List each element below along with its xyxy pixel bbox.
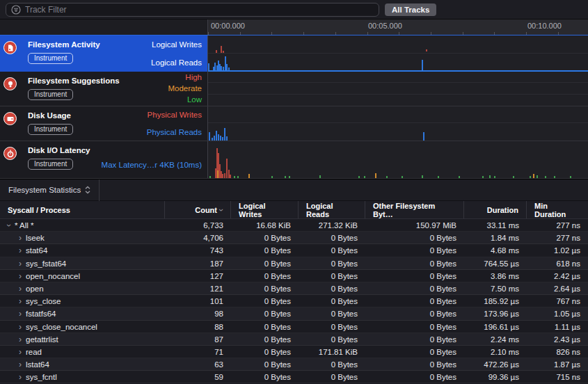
disclosure-triangle[interactable]: › xyxy=(17,335,23,344)
graph-spike xyxy=(224,173,225,178)
table-row[interactable]: ›lstat64630 Bytes0 Bytes0 Bytes472.26 µs… xyxy=(0,358,588,371)
syscall-cell: ›stat64 xyxy=(0,246,165,255)
syscall-cell: ›open xyxy=(0,285,165,293)
track-head-filesystem-activity[interactable]: Filesystem Activity Instrument Logical W… xyxy=(0,35,207,72)
logical_writes-cell: 0 Bytes xyxy=(231,335,299,344)
column-header-logical_reads[interactable]: Logical Reads xyxy=(299,201,365,218)
count-cell: 63 xyxy=(165,360,231,369)
duration-cell: 2.24 ms xyxy=(464,335,527,344)
toolbar-separator xyxy=(99,179,100,201)
track-plot-filesystem-activity[interactable] xyxy=(207,35,588,72)
disclosure-triangle[interactable]: › xyxy=(17,272,23,280)
other_fs-cell: 0 Bytes xyxy=(365,285,464,293)
disclosure-triangle[interactable]: › xyxy=(17,259,23,268)
track-head-disk-usage[interactable]: Disk Usage Instrument Physical Writes Ph… xyxy=(0,106,207,141)
track-filesystem-activity[interactable]: Filesystem Activity Instrument Logical W… xyxy=(0,35,588,72)
graph-spike xyxy=(209,176,211,178)
table-row[interactable]: ›read710 Bytes171.81 KiB0 Bytes2.10 ms82… xyxy=(0,346,588,358)
disclosure-triangle[interactable]: › xyxy=(17,285,23,293)
disclosure-triangle[interactable]: › xyxy=(17,234,23,242)
table-row[interactable]: ›stat647430 Bytes0 Bytes0 Bytes4.68 ms1.… xyxy=(0,244,588,257)
lane-label-max-latency: Max Latency…r 4KB (10ms) xyxy=(102,161,202,169)
track-disk-usage[interactable]: Disk Usage Instrument Physical Writes Ph… xyxy=(0,106,588,141)
track-filter-input[interactable]: Track Filter xyxy=(6,3,379,17)
all-tracks-button[interactable]: All Tracks xyxy=(385,3,436,16)
disclosure-triangle[interactable]: › xyxy=(17,348,23,356)
time-ruler[interactable]: 00:00.00000:05.00000:10.000 xyxy=(207,19,588,35)
graph-spike xyxy=(285,176,286,178)
graph-spike xyxy=(386,176,388,178)
track-head-disk-io-latency[interactable]: Disk I/O Latency Instrument Max Latency…… xyxy=(0,141,207,178)
table-row[interactable]: ›sys_close1010 Bytes0 Bytes0 Bytes185.92… xyxy=(0,295,588,307)
lane-label-physical-reads: Physical Reads xyxy=(147,128,202,136)
duration-cell: 3.86 ms xyxy=(464,272,527,280)
graph-spike xyxy=(482,176,484,178)
graph-spike xyxy=(216,131,217,141)
graph-spike xyxy=(402,176,403,178)
disclosure-triangle[interactable]: › xyxy=(17,310,23,318)
ruler-time-label: 00:00.000 xyxy=(211,22,245,30)
disclosure-triangle[interactable]: › xyxy=(17,360,23,369)
table-row[interactable]: ›fstatfs64980 Bytes0 Bytes0 Bytes173.96 … xyxy=(0,307,588,320)
logical_reads-cell: 0 Bytes xyxy=(299,360,365,369)
column-header-name[interactable]: Syscall / Process xyxy=(0,201,165,218)
table-row[interactable]: ›getattrlist870 Bytes0 Bytes0 Bytes2.24 … xyxy=(0,333,588,346)
table-row[interactable]: ›open_nocancel1270 Bytes0 Bytes0 Bytes3.… xyxy=(0,270,588,282)
track-filter-placeholder: Track Filter xyxy=(25,5,67,15)
syscall-cell: ›sys_fcntl xyxy=(0,373,165,381)
graph-spike xyxy=(545,176,546,178)
disclosure-triangle[interactable]: › xyxy=(17,246,23,255)
logical_writes-cell: 0 Bytes xyxy=(231,259,299,268)
min_duration-cell: 618 ns xyxy=(527,259,588,268)
syscall-cell: ›open_nocancel xyxy=(0,272,165,280)
column-header-min_duration[interactable]: Min Duration xyxy=(527,201,588,218)
disclosure-triangle[interactable]: › xyxy=(5,223,13,228)
detail-pane: Filesystem Statistics Syscall / ProcessC… xyxy=(0,179,588,383)
track-plot-filesystem-suggestions[interactable] xyxy=(207,72,588,106)
track-filesystem-suggestions[interactable]: Filesystem Suggestions Instrument High M… xyxy=(0,72,588,106)
other_fs-cell: 150.97 MiB xyxy=(365,221,464,230)
syscall-cell: ›lseek xyxy=(0,234,165,242)
graph-spike xyxy=(222,174,223,178)
other_fs-cell: 0 Bytes xyxy=(365,246,464,255)
instruments-window: Track Filter All Tracks 00:00.00000:05.0… xyxy=(0,0,588,384)
disclosure-triangle[interactable]: › xyxy=(17,297,23,305)
graph-spike xyxy=(209,132,210,141)
graph-spike xyxy=(223,51,224,53)
column-header-logical_writes[interactable]: Logical Writes xyxy=(231,201,299,218)
track-head-filesystem-suggestions[interactable]: Filesystem Suggestions Instrument High M… xyxy=(0,72,207,106)
disclosure-triangle[interactable]: › xyxy=(17,373,23,381)
graph-spike xyxy=(422,60,423,70)
table-row[interactable]: ›open1210 Bytes0 Bytes0 Bytes7.50 ms2.64… xyxy=(0,282,588,295)
graph-spike xyxy=(221,66,222,70)
lane-moderate xyxy=(208,83,588,95)
track-plot-disk-io-latency[interactable] xyxy=(207,141,588,178)
statistics-table-body: ›* All *6,73316.68 KiB271.32 KiB150.97 M… xyxy=(0,219,588,383)
min_duration-cell: 715 ns xyxy=(527,373,588,381)
logical_writes-cell: 16.68 KiB xyxy=(231,221,299,230)
track-plot-disk-usage[interactable] xyxy=(207,106,588,141)
table-row[interactable]: ›sys_close_nocancel880 Bytes0 Bytes0 Byt… xyxy=(0,321,588,333)
table-row[interactable]: ›sys_fcntl590 Bytes0 Bytes0 Bytes99.36 µ… xyxy=(0,371,588,383)
detail-view-selector[interactable]: Filesystem Statistics xyxy=(0,186,99,194)
min_duration-cell: 826 ns xyxy=(527,348,588,356)
duration-cell: 4.68 ms xyxy=(464,246,527,255)
column-header-duration[interactable]: Duration xyxy=(464,201,527,218)
disclosure-triangle[interactable]: › xyxy=(17,323,23,331)
syscall-name: * All * xyxy=(15,221,34,230)
count-cell: 101 xyxy=(165,297,231,305)
other_fs-cell: 0 Bytes xyxy=(365,310,464,318)
track-disk-io-latency[interactable]: Disk I/O Latency Instrument Max Latency…… xyxy=(0,141,588,179)
lane-label-moderate: Moderate xyxy=(168,84,202,93)
column-header-count[interactable]: Count› xyxy=(165,201,231,218)
duration-cell: 185.92 µs xyxy=(464,297,527,305)
count-cell: 71 xyxy=(165,348,231,356)
min_duration-cell: 1.11 µs xyxy=(527,323,588,331)
table-row[interactable]: ›* All *6,73316.68 KiB271.32 KiB150.97 M… xyxy=(0,219,588,232)
table-row[interactable]: ›sys_fstat641870 Bytes0 Bytes0 Bytes764.… xyxy=(0,257,588,270)
column-header-other_fs[interactable]: Other Filesystem Byt… xyxy=(365,201,464,218)
syscall-name: open xyxy=(26,285,44,293)
graph-spike xyxy=(214,136,215,141)
table-row[interactable]: ›lseek4,7060 Bytes0 Bytes0 Bytes1.84 ms2… xyxy=(0,232,588,244)
graph-spike xyxy=(221,46,222,53)
